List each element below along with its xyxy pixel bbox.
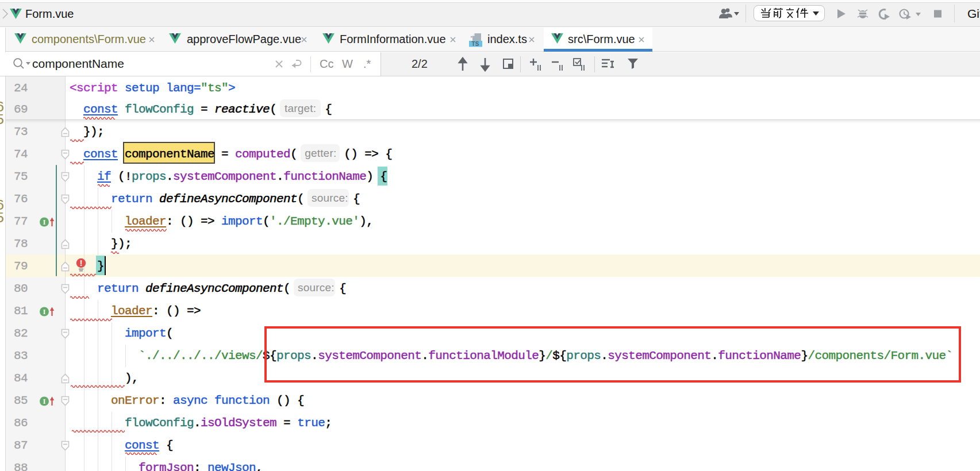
svg-text:TS: TS bbox=[472, 41, 479, 47]
svg-text:I: I bbox=[43, 307, 46, 315]
svg-text:I: I bbox=[43, 218, 46, 226]
svg-text:!: ! bbox=[80, 258, 83, 268]
svg-text:I: I bbox=[43, 397, 46, 405]
